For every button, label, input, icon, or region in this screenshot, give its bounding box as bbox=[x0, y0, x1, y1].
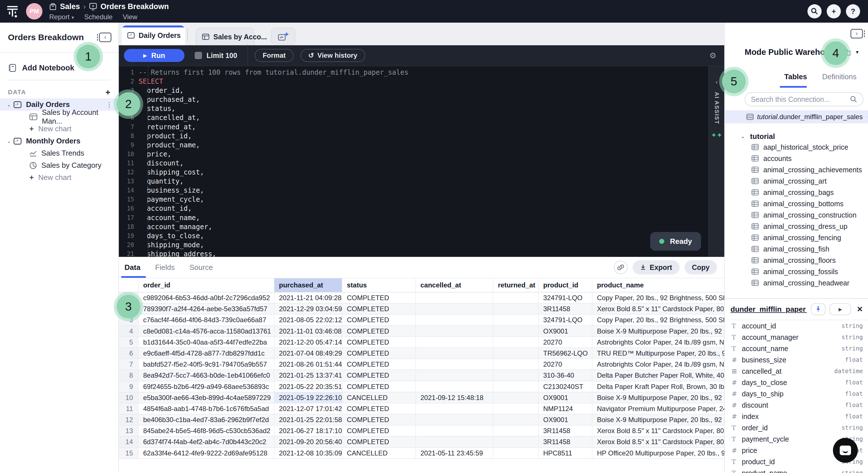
cell-product-name[interactable]: Xerox Bold 8.5" x 11" Cardstock Paper, 8… bbox=[592, 304, 724, 314]
cell-product-name[interactable]: Copy Paper, 20 lbs., 92 Brightness, 500 … bbox=[592, 292, 724, 303]
cell-returned-at[interactable] bbox=[493, 359, 539, 370]
limit-checkbox-group[interactable]: Limit 100 bbox=[195, 52, 237, 60]
cell-returned-at[interactable] bbox=[493, 370, 539, 380]
column-row[interactable]: T account_manager string bbox=[725, 332, 868, 343]
tab-sales-by-account[interactable]: Sales by Acco... bbox=[196, 28, 255, 45]
cell-product-name[interactable]: Astrobrights Color Paper, 24 lb./89 gsm,… bbox=[592, 359, 724, 370]
cell-status[interactable]: COMPLETED bbox=[342, 370, 416, 380]
cell-product-name[interactable]: Boise X-9 Multipurpose Paper, 20 lbs., 9… bbox=[592, 414, 724, 425]
breadcrumb-workspace[interactable]: Sales bbox=[60, 2, 80, 11]
table-list-item[interactable]: animal_crossing_dress_up bbox=[725, 221, 868, 232]
cell-product-id[interactable]: 20270 bbox=[539, 359, 592, 370]
mode-logo-icon[interactable] bbox=[6, 4, 19, 18]
cell-purchased-at[interactable]: 2021-11-21 04:09:28 bbox=[274, 292, 342, 303]
connection-search[interactable] bbox=[745, 92, 864, 106]
table-row[interactable]: 8 8ea942d7-5cc7-4663-b0de-1eb41066efc0 2… bbox=[119, 370, 724, 381]
column-row[interactable]: T order_id string bbox=[725, 422, 868, 433]
cell-returned-at[interactable] bbox=[493, 337, 539, 347]
cell-purchased-at[interactable]: 2021-01-25 13:37:41 bbox=[274, 370, 342, 380]
table-list-item[interactable]: animal_crossing_fish bbox=[725, 243, 868, 255]
cell-product-id[interactable]: OX9001 bbox=[539, 392, 592, 403]
table-row[interactable]: 15 62a33f4e-6412-4fe9-9222-2d69afe95128 … bbox=[119, 448, 724, 459]
cell-purchased-at[interactable]: 2021-08-05 22:02:12 bbox=[274, 315, 342, 325]
code-line[interactable]: 16 account_id, bbox=[119, 204, 708, 213]
cell-returned-at[interactable] bbox=[493, 425, 539, 436]
cell-product-id[interactable]: TR56962-LQO bbox=[539, 348, 592, 358]
chat-widget-button[interactable] bbox=[833, 438, 858, 463]
copy-button[interactable]: Copy bbox=[685, 260, 717, 275]
cell-purchased-at[interactable]: 2021-08-26 01:51:44 bbox=[274, 359, 342, 370]
table-detail-link[interactable]: dunder_mifflin_paper_s... bbox=[731, 305, 807, 314]
cell-product-name[interactable]: Xerox Bold 8.5" x 11" Cardstock Paper, 8… bbox=[592, 425, 724, 436]
cell-product-id[interactable]: 20270 bbox=[539, 337, 592, 347]
column-row[interactable]: T account_id string bbox=[725, 320, 868, 332]
cell-product-name[interactable]: Delta Paper Kraft Paper Roll, Brown, 30 … bbox=[592, 381, 724, 392]
tab-daily-orders[interactable]: -* Daily Orders ⋮ bbox=[122, 26, 185, 45]
sidebar-item-sales-trends[interactable]: Sales Trends bbox=[0, 147, 118, 159]
cell-cancelled-at[interactable] bbox=[416, 414, 493, 425]
cell-status[interactable]: COMPLETED bbox=[342, 292, 416, 303]
cell-product-id[interactable]: 3R11458 bbox=[539, 425, 592, 436]
cell-product-id[interactable]: 3R11458 bbox=[539, 437, 592, 447]
menu-schedule[interactable]: Schedule bbox=[84, 13, 113, 21]
search-button[interactable] bbox=[807, 4, 822, 19]
cell-order-id[interactable]: c76acf4f-466d-4f06-84d3-739c0ae66a87 bbox=[138, 315, 274, 325]
cell-product-id[interactable]: HPC8511 bbox=[539, 448, 592, 458]
col-header-product-id[interactable]: product_id bbox=[539, 278, 592, 292]
table-row[interactable]: 2 789390f7-a2f4-4264-aebe-5e336a57fd57 2… bbox=[119, 304, 724, 315]
code-line[interactable]: 20 shipping_mode, bbox=[119, 241, 708, 250]
cell-status[interactable]: COMPLETED bbox=[342, 304, 416, 314]
chevron-down-icon[interactable]: ⌄ bbox=[7, 138, 13, 144]
cell-order-id[interactable]: 789390f7-a2f4-4264-aebe-5e336a57fd57 bbox=[138, 304, 274, 314]
cell-product-name[interactable]: Delta Paper Butcher Paper Roll, White, 4… bbox=[592, 370, 724, 380]
table-row[interactable]: 1 c9892064-6b53-46dd-a0bf-2c7296cda952 2… bbox=[119, 292, 724, 304]
cell-cancelled-at[interactable] bbox=[416, 437, 493, 447]
new-chart-tab-button[interactable] bbox=[271, 28, 296, 45]
cell-product-name[interactable]: TRU RED™ Multipurpose Paper, 20 lbs., 96… bbox=[592, 348, 724, 358]
tab-definitions[interactable]: Definitions bbox=[822, 72, 857, 81]
col-header-cancelled-at[interactable]: cancelled_at bbox=[416, 278, 493, 292]
cell-product-name[interactable]: Xerox Bold 8.5" x 11" Cardstock Paper, 8… bbox=[592, 437, 724, 447]
cell-status[interactable]: COMPLETED bbox=[342, 403, 416, 414]
cell-product-name[interactable]: Boise X-9 Multipurpose Paper, 20 lbs., 9… bbox=[592, 392, 724, 403]
table-list-item[interactable]: animal_crossing_headwear bbox=[725, 277, 868, 289]
col-header-product-name[interactable]: product_name bbox=[592, 278, 724, 292]
col-header-purchased-at[interactable]: purchased_at bbox=[274, 278, 342, 292]
table-row[interactable]: 10 e5ba300f-ae66-43eb-899d-4c4ae5897229 … bbox=[119, 392, 724, 403]
table-list-item[interactable]: animal_crossing_bags bbox=[725, 187, 868, 198]
cell-status[interactable]: COMPLETED bbox=[342, 348, 416, 358]
add-notebook-button[interactable]: Add Notebook bbox=[0, 59, 118, 76]
code-line[interactable]: 11 discount, bbox=[119, 159, 708, 168]
collapse-sidebar-icon[interactable]: ‹ bbox=[99, 33, 112, 42]
table-list-item[interactable]: animal_crossing_floors bbox=[725, 255, 868, 266]
col-header-returned-at[interactable]: returned_at bbox=[493, 278, 539, 292]
cell-returned-at[interactable] bbox=[493, 292, 539, 303]
table-list-item[interactable]: animal_crossing_fossils bbox=[725, 266, 868, 277]
tab-source[interactable]: Source bbox=[190, 263, 213, 272]
preview-table-button[interactable]: ▶ bbox=[830, 303, 851, 315]
cell-status[interactable]: COMPLETED bbox=[342, 414, 416, 425]
cell-purchased-at[interactable]: 2021-12-29 03:04:59 bbox=[274, 304, 342, 314]
code-line[interactable]: 13 quantity, bbox=[119, 177, 708, 186]
code-line[interactable]: 18 account_manager, bbox=[119, 222, 708, 231]
cell-order-id[interactable]: e9c6aeff-4f5d-4728-a877-7db8297fdd1c bbox=[138, 348, 274, 358]
editor-settings-gear-icon[interactable]: ⚙ bbox=[709, 51, 716, 60]
cell-product-name[interactable]: HP Office20 Multipurpose Paper, 20 lbs.,… bbox=[592, 448, 724, 458]
cell-product-id[interactable]: 324791-LQO bbox=[539, 292, 592, 303]
cell-returned-at[interactable] bbox=[493, 348, 539, 358]
collapse-left-icon[interactable]: ‹ bbox=[716, 78, 718, 85]
cell-product-name[interactable]: Navigator Premium Multipurpose Paper, 24… bbox=[592, 403, 724, 414]
cell-cancelled-at[interactable] bbox=[416, 370, 493, 380]
cell-order-id[interactable]: 69f24655-b2b6-4f29-a949-68aee536893c bbox=[138, 381, 274, 392]
column-row[interactable]: # discount float bbox=[725, 400, 868, 411]
code-line[interactable]: 3 order_id, bbox=[119, 86, 708, 95]
cell-cancelled-at[interactable] bbox=[416, 337, 493, 347]
cell-returned-at[interactable] bbox=[493, 326, 539, 336]
breadcrumb-report-title[interactable]: Orders Breakdown bbox=[100, 2, 169, 11]
code-line[interactable]: 8 product_id, bbox=[119, 131, 708, 140]
kebab-menu-icon[interactable]: ⋮ bbox=[106, 101, 113, 108]
table-row[interactable]: 11 4854f6a8-aab1-4748-b7b6-1c676fb5a5ad … bbox=[119, 403, 724, 414]
help-button[interactable]: ? bbox=[846, 4, 860, 19]
cell-status[interactable]: CANCELLED bbox=[342, 448, 416, 458]
table-row[interactable]: 14 6d374f74-f4ab-4ef2-ab4c-7d0b443c20c2 … bbox=[119, 437, 724, 447]
